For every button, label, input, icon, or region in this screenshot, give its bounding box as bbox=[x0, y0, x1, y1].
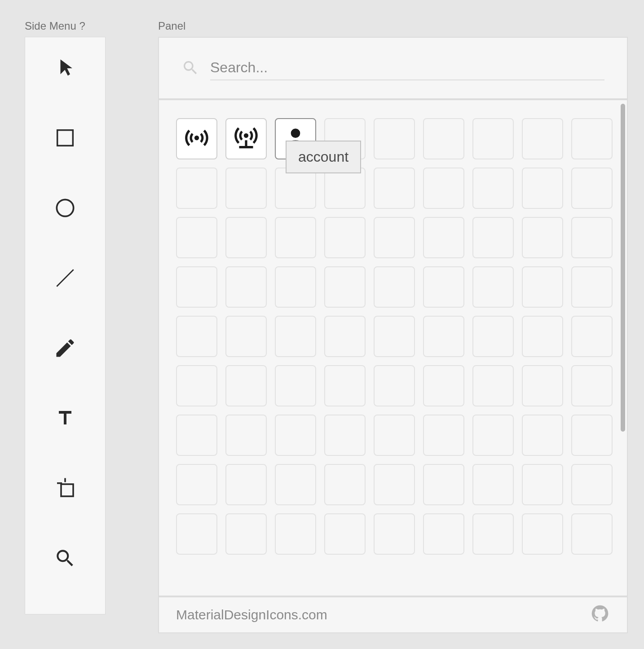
icon-cell[interactable] bbox=[176, 464, 217, 505]
icon-cell[interactable] bbox=[176, 513, 217, 555]
icon-cell[interactable] bbox=[571, 464, 613, 505]
icon-cell[interactable] bbox=[423, 118, 464, 159]
icon-cell[interactable] bbox=[324, 365, 366, 406]
icon-cell[interactable] bbox=[522, 415, 563, 456]
icon-cell[interactable] bbox=[176, 168, 217, 209]
icon-cell[interactable] bbox=[225, 217, 267, 258]
icon-cell[interactable] bbox=[423, 365, 464, 406]
icon-cell[interactable] bbox=[522, 168, 563, 209]
icon-cell[interactable] bbox=[176, 266, 217, 308]
icon-cell[interactable] bbox=[423, 266, 464, 308]
tool-text[interactable] bbox=[52, 406, 79, 433]
icon-cell[interactable] bbox=[176, 365, 217, 406]
icon-cell[interactable] bbox=[374, 168, 415, 209]
icon-cell[interactable] bbox=[225, 464, 267, 505]
tool-pointer[interactable] bbox=[52, 55, 79, 82]
icon-cell[interactable] bbox=[374, 415, 415, 456]
icon-cell[interactable] bbox=[324, 217, 366, 258]
tool-artboard[interactable] bbox=[52, 476, 79, 503]
tool-line[interactable] bbox=[52, 265, 79, 292]
icon-cell[interactable] bbox=[571, 217, 613, 258]
icon-cell[interactable] bbox=[423, 464, 464, 505]
icon-cell[interactable] bbox=[275, 168, 316, 209]
tool-ellipse[interactable] bbox=[52, 195, 79, 222]
icon-cell[interactable] bbox=[275, 266, 316, 308]
icon-cell[interactable] bbox=[571, 168, 613, 209]
icon-cell[interactable] bbox=[374, 217, 415, 258]
icon-cell[interactable] bbox=[324, 266, 366, 308]
icon-cell[interactable] bbox=[423, 513, 464, 555]
panel-label: Panel bbox=[158, 20, 185, 32]
icon-cell[interactable] bbox=[324, 316, 366, 357]
icon-cell[interactable] bbox=[522, 513, 563, 555]
icon-cell[interactable] bbox=[522, 118, 563, 159]
svg-rect-5 bbox=[61, 484, 73, 496]
icon-cell[interactable] bbox=[324, 415, 366, 456]
svg-point-1 bbox=[57, 199, 73, 216]
icon-cell[interactable] bbox=[423, 168, 464, 209]
icon-cell[interactable] bbox=[275, 464, 316, 505]
icon-cell-access-point[interactable] bbox=[176, 118, 217, 159]
icon-cell[interactable] bbox=[472, 217, 514, 258]
github-icon[interactable] bbox=[590, 604, 610, 627]
icon-cell[interactable] bbox=[374, 365, 415, 406]
icon-cell[interactable] bbox=[571, 266, 613, 308]
tool-pen[interactable] bbox=[52, 336, 79, 362]
icon-cell[interactable] bbox=[275, 513, 316, 555]
icon-cell[interactable] bbox=[472, 513, 514, 555]
icon-cell[interactable] bbox=[472, 464, 514, 505]
icon-cell[interactable] bbox=[522, 217, 563, 258]
icon-cell[interactable] bbox=[225, 266, 267, 308]
icon-cell[interactable] bbox=[423, 217, 464, 258]
icon-cell[interactable] bbox=[324, 168, 366, 209]
icon-cell[interactable] bbox=[472, 168, 514, 209]
icon-cell[interactable] bbox=[472, 365, 514, 406]
icon-cell[interactable] bbox=[225, 415, 267, 456]
icon-cell[interactable] bbox=[472, 415, 514, 456]
icon-cell[interactable] bbox=[275, 316, 316, 357]
icon-cell[interactable] bbox=[176, 415, 217, 456]
icon-cell[interactable] bbox=[374, 118, 415, 159]
text-icon bbox=[54, 407, 76, 431]
icon-cell[interactable] bbox=[374, 316, 415, 357]
icon-cell[interactable] bbox=[423, 415, 464, 456]
icon-cell[interactable] bbox=[176, 217, 217, 258]
icon-cell[interactable] bbox=[374, 513, 415, 555]
icon-cell[interactable] bbox=[472, 266, 514, 308]
access-point-icon bbox=[183, 124, 211, 154]
icon-cell[interactable] bbox=[522, 266, 563, 308]
icon-cell[interactable] bbox=[472, 118, 514, 159]
icon-cell[interactable] bbox=[225, 168, 267, 209]
icon-cell-access-point-network[interactable] bbox=[225, 118, 267, 159]
icon-cell[interactable] bbox=[571, 513, 613, 555]
icon-cell[interactable] bbox=[571, 118, 613, 159]
footer-link[interactable]: MaterialDesignIcons.com bbox=[176, 607, 327, 623]
icon-cell[interactable] bbox=[225, 316, 267, 357]
icon-cell[interactable] bbox=[225, 513, 267, 555]
magnify-icon bbox=[54, 547, 76, 571]
scrollbar-thumb[interactable] bbox=[621, 104, 625, 432]
icon-cell[interactable] bbox=[571, 365, 613, 406]
icon-cell[interactable] bbox=[275, 415, 316, 456]
icon-cell[interactable] bbox=[374, 464, 415, 505]
tool-zoom[interactable] bbox=[52, 546, 79, 573]
icon-cell[interactable] bbox=[423, 316, 464, 357]
icon-cell[interactable] bbox=[225, 365, 267, 406]
icon-cell[interactable] bbox=[176, 316, 217, 357]
icon-cell[interactable] bbox=[324, 513, 366, 555]
icon-cell[interactable] bbox=[522, 365, 563, 406]
search-input[interactable] bbox=[210, 57, 604, 80]
icon-cell[interactable] bbox=[571, 316, 613, 357]
icon-cell[interactable] bbox=[275, 365, 316, 406]
tool-rectangle[interactable] bbox=[52, 125, 79, 152]
icon-cell[interactable] bbox=[374, 266, 415, 308]
icon-cell[interactable] bbox=[472, 316, 514, 357]
access-point-network-icon bbox=[232, 124, 260, 154]
pen-icon bbox=[53, 336, 77, 362]
side-menu bbox=[25, 37, 106, 614]
icon-cell[interactable] bbox=[324, 464, 366, 505]
icon-cell[interactable] bbox=[522, 464, 563, 505]
icon-cell[interactable] bbox=[571, 415, 613, 456]
icon-cell[interactable] bbox=[522, 316, 563, 357]
icon-cell[interactable] bbox=[275, 217, 316, 258]
